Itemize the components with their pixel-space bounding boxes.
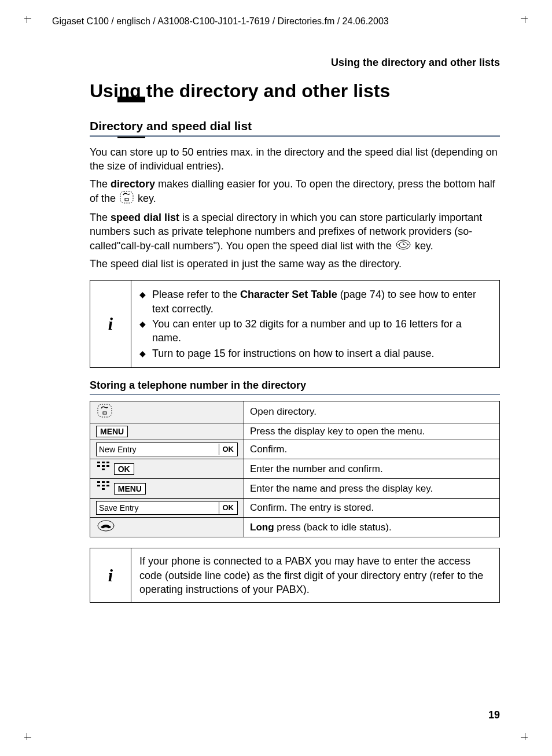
info-bullet: Turn to page 15 for instructions on how … [139, 346, 491, 360]
table-row: MENU Press the display key to open the m… [90, 423, 500, 440]
display-entry: Save Entry OK [96, 501, 238, 515]
svg-rect-19 [102, 488, 105, 490]
display-entry: New Entry OK [96, 442, 238, 456]
paragraph: The speed dial list is a special directo… [90, 211, 500, 253]
svg-rect-14 [102, 481, 105, 483]
info-box: i Please refer to the Character Set Tabl… [90, 280, 500, 367]
section-heading: Directory and speed dial list [90, 119, 500, 133]
svg-rect-0 [120, 191, 133, 203]
menu-key: MENU [96, 426, 128, 437]
svg-rect-4 [98, 404, 112, 417]
keypad-icon [97, 481, 110, 496]
speed-dial-key-icon [396, 239, 411, 253]
step-action: Confirm. [244, 440, 500, 459]
table-row: Long press (back to idle status). [90, 518, 500, 537]
svg-rect-11 [106, 465, 109, 467]
info-bullet: Please refer to the Character Set Table … [139, 287, 491, 316]
menu-key: MENU [114, 483, 146, 495]
table-row: MENU Enter the name and press the displa… [90, 479, 500, 499]
step-action: Enter the number and confirm. [244, 459, 500, 479]
page-title: Using the directory and other lists [90, 80, 500, 102]
svg-rect-5 [103, 412, 106, 414]
subsection-heading: Storing a telephone number in the direct… [90, 379, 500, 392]
svg-rect-7 [102, 462, 105, 463]
info-box: i If your phone is connected to a PABX y… [90, 548, 500, 603]
step-action: Confirm. The entry is stored. [244, 499, 500, 518]
svg-rect-10 [102, 465, 105, 467]
ok-key: OK [114, 463, 134, 475]
svg-rect-15 [106, 481, 109, 483]
directory-key-icon [120, 191, 134, 207]
info-icon: i [90, 281, 131, 367]
step-action: Long press (back to idle status). [244, 518, 500, 537]
svg-rect-1 [125, 198, 128, 201]
step-action: Open directory. [244, 401, 500, 423]
table-row: Save Entry OK Confirm. The entry is stor… [90, 499, 500, 518]
hangup-key-icon [97, 520, 115, 534]
svg-rect-8 [106, 462, 109, 463]
table-row: Open directory. [90, 401, 500, 423]
directory-key-icon [97, 404, 112, 421]
running-head: Using the directory and other lists [35, 57, 500, 69]
svg-rect-6 [97, 462, 100, 463]
info-text: If your phone is connected to a PABX you… [131, 548, 499, 602]
table-row: New Entry OK Confirm. [90, 440, 500, 459]
step-action: Enter the name and press the display key… [244, 479, 500, 499]
svg-rect-16 [97, 485, 100, 486]
info-icon: i [90, 548, 131, 602]
paragraph: The speed dial list is operated in just … [90, 257, 500, 271]
page-number: 19 [488, 709, 500, 721]
table-row: OK Enter the number and confirm. [90, 459, 500, 479]
steps-table: Open directory. MENU Press the display k… [90, 401, 500, 538]
keypad-icon [97, 462, 110, 476]
paragraph: You can store up to 50 entries max. in t… [90, 145, 500, 174]
step-action: Press the display key to open the menu. [244, 423, 500, 440]
svg-rect-17 [102, 485, 105, 486]
doc-header-line: Gigaset C100 / englisch / A31008-C100-J1… [52, 16, 517, 27]
svg-rect-13 [97, 481, 100, 483]
svg-rect-12 [102, 469, 105, 470]
paragraph: The directory makes dialling easier for … [90, 177, 500, 208]
svg-rect-9 [97, 465, 100, 467]
info-bullet: You can enter up to 32 digits for a numb… [139, 317, 491, 345]
svg-rect-18 [106, 485, 109, 486]
